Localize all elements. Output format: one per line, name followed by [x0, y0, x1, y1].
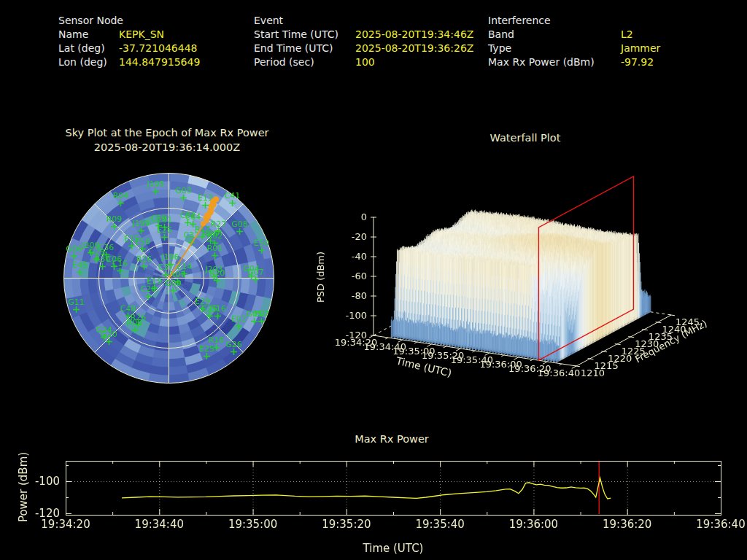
interference-section-title: Interference	[488, 15, 551, 26]
sensor-lon-value: 144.847915649	[119, 56, 200, 68]
sensor-section-title: Sensor Node	[58, 15, 123, 26]
event-end-label: End Time (UTC)	[254, 42, 333, 54]
app-window: Sensor Node Name KEPK_SN Lat (deg) -37.7…	[0, 0, 747, 560]
sensor-lat-label: Lat (deg)	[58, 42, 105, 54]
sensor-lon-label: Lon (deg)	[58, 56, 107, 68]
interference-band-value: L2	[621, 28, 633, 40]
event-section-title: Event	[254, 15, 283, 26]
sky-plot-title: Sky Plot at the Epoch of Max Rx Power202…	[28, 125, 306, 155]
power-plot-canvas	[0, 427, 747, 560]
interference-power-value: -97.92	[621, 56, 654, 68]
interference-type-value: Jammer	[621, 42, 660, 54]
sensor-name-label: Name	[58, 28, 88, 40]
event-end-value: 2025-08-20T19:36:26Z	[355, 42, 473, 54]
interference-band-label: Band	[488, 28, 514, 40]
event-start-value: 2025-08-20T19:34:46Z	[355, 28, 473, 40]
interference-power-label: Max Rx Power (dBm)	[488, 56, 595, 68]
event-start-label: Start Time (UTC)	[254, 28, 338, 40]
sensor-lat-value: -37.721046448	[119, 42, 197, 54]
event-period-label: Period (sec)	[254, 56, 314, 68]
sky-plot-epoch-subtitle: 2025-08-20T19:36:14.000Z	[94, 141, 240, 153]
sky-plot-canvas	[58, 168, 285, 394]
waterfall-plot-canvas	[314, 168, 747, 394]
event-period-value: 100	[355, 56, 375, 68]
waterfall-title: Waterfall Plot	[379, 132, 671, 144]
sky-plot-title-line1: Sky Plot at the Epoch of Max Rx Power	[65, 127, 268, 139]
interference-type-label: Type	[488, 42, 511, 54]
sensor-name-value: KEPK_SN	[119, 28, 164, 40]
